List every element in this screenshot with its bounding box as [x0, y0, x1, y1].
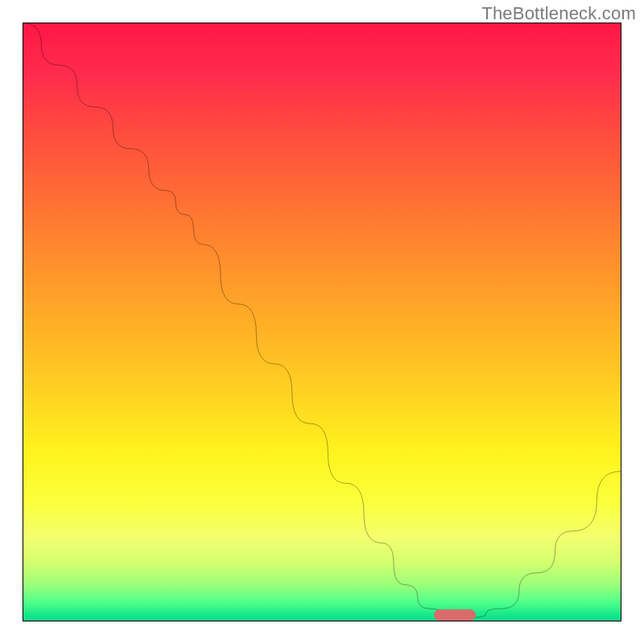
curve-path	[23, 23, 621, 617]
bottleneck-curve	[23, 23, 621, 621]
watermark-text: TheBottleneck.com	[481, 3, 636, 24]
optimal-zone-marker	[434, 609, 476, 621]
plot-area	[23, 23, 621, 621]
bottleneck-chart: TheBottleneck.com	[0, 0, 644, 644]
